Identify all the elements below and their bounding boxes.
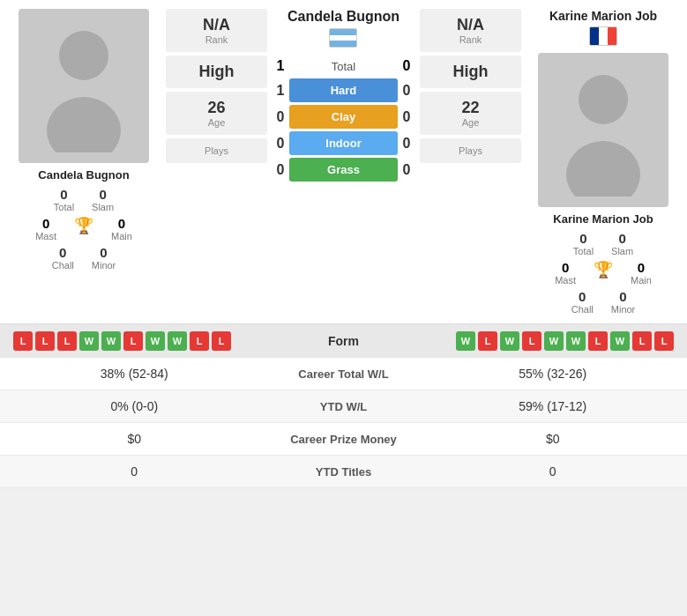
left-age-value: 26 (170, 99, 263, 117)
left-player-column: Candela Bugnon 0 Total 0 Slam 0 Mast 🏆 (9, 9, 159, 271)
left-plays-label: Plays (170, 145, 263, 156)
right-plays-box: Plays (420, 138, 521, 163)
form-badge-l: L (13, 331, 33, 351)
right-age-label: Age (424, 117, 517, 128)
form-badge-w: W (610, 331, 630, 351)
right-chall-label: Chall (571, 304, 594, 315)
right-header-name: Karine Marion Job (549, 9, 657, 23)
left-age-label: Age (170, 117, 263, 128)
grass-left-score: 0 (272, 162, 289, 178)
stats-row-center-2: Career Prize Money (256, 433, 432, 446)
right-total-value: 0 (579, 231, 586, 246)
center-column: N/A Rank High 26 Age Plays (166, 9, 521, 182)
indoor-right-score: 0 (398, 136, 415, 152)
stats-row-2: $0Career Prize Money$0 (0, 423, 687, 456)
left-player-avatar (19, 9, 149, 163)
right-slam-value: 0 (618, 231, 625, 246)
right-rank-value: N/A (424, 16, 517, 34)
form-badge-w: W (456, 331, 475, 351)
form-label: Form (328, 334, 359, 348)
stats-row-right-2: $0 (432, 432, 675, 446)
form-badge-w: W (146, 331, 165, 351)
left-total-value: 0 (60, 187, 67, 202)
right-form-badges: WLWLWWLWLL (456, 331, 674, 351)
right-minor-value: 0 (619, 289, 626, 304)
left-total-stat: 0 Total (54, 187, 74, 212)
form-badge-w: W (79, 331, 99, 351)
indoor-badge: Indoor (289, 131, 398, 155)
left-total-score: 1 (272, 58, 289, 74)
stats-row-left-1: 0% (0-0) (13, 399, 256, 413)
form-badge-l: L (522, 331, 541, 351)
left-minor-label: Minor (92, 260, 116, 271)
right-age-value: 22 (424, 99, 517, 117)
left-trophy-icon-item: 🏆 (74, 216, 93, 241)
indoor-left-score: 0 (272, 136, 289, 152)
total-row: 1 Total 0 (272, 58, 415, 74)
right-rank-box: N/A Rank (420, 9, 521, 52)
right-slam-label: Slam (611, 246, 633, 256)
right-chall-stat: 0 Chall (571, 289, 594, 315)
stats-row-1: 0% (0-0)YTD W/L59% (17-12) (0, 390, 687, 423)
right-main-value: 0 (638, 260, 645, 275)
stats-row-center-0: Career Total W/L (256, 367, 432, 381)
form-badge-l: L (212, 331, 231, 351)
right-player-column: Karine Marion Job Karine Marion Job 0 To… (528, 9, 678, 315)
left-plays-box: Plays (166, 138, 267, 163)
right-player-stats: 0 Total 0 Slam (573, 231, 633, 256)
left-form-badges: LLLWWLWWLL (13, 331, 231, 351)
clay-badge: Clay (289, 105, 398, 129)
form-section: LLLWWLWWLL Form WLWLWWLWLL (0, 323, 687, 358)
form-badge-w: W (500, 331, 519, 351)
svg-point-3 (566, 141, 640, 197)
svg-point-1 (47, 97, 121, 152)
stats-row-right-3: 0 (432, 464, 675, 479)
grass-row: 0 Grass 0 (272, 158, 415, 182)
left-total-label: Total (54, 202, 74, 212)
left-flag (329, 28, 357, 48)
left-mast-value: 0 (42, 216, 49, 231)
right-flag (589, 26, 617, 46)
indoor-row: 0 Indoor 0 (272, 131, 415, 155)
stats-row-left-2: $0 (13, 432, 256, 446)
right-chall-value: 0 (579, 289, 586, 304)
hard-row: 1 Hard 0 (272, 78, 415, 102)
court-center: Candela Bugnon 1 Total 0 1 Hard (272, 9, 415, 182)
right-main-item: 0 Main (631, 260, 652, 286)
hard-right-score: 0 (398, 83, 415, 99)
stats-row-center-3: YTD Titles (256, 465, 432, 479)
left-age-box: 26 Age (166, 92, 267, 135)
clay-row: 0 Clay 0 (272, 105, 415, 129)
left-mast-label: Mast (35, 231, 56, 241)
grass-badge: Grass (289, 158, 398, 182)
hard-left-score: 1 (272, 83, 289, 99)
left-main-value: 0 (118, 216, 125, 231)
stats-rows: 38% (52-84)Career Total W/L55% (32-26)0%… (0, 358, 687, 488)
stats-row-right-1: 59% (17-12) (432, 399, 675, 413)
right-trophy-icon: 🏆 (594, 260, 613, 279)
stats-row-left-0: 38% (52-84) (13, 367, 256, 381)
clay-left-score: 0 (272, 109, 289, 125)
left-trophy-icon: 🏆 (74, 216, 93, 235)
left-mast-item: 0 Mast (35, 216, 56, 241)
left-rank-value: N/A (170, 16, 263, 34)
svg-point-2 (579, 75, 628, 124)
left-slam-label: Slam (92, 202, 114, 212)
grass-right-score: 0 (398, 162, 415, 178)
left-high-value: High (170, 63, 263, 81)
left-high-box: High (166, 56, 267, 88)
form-badge-l: L (632, 331, 652, 351)
left-trophy-row: 0 Mast 🏆 0 Main (35, 216, 132, 241)
form-badge-w: W (101, 331, 121, 351)
right-total-label: Total (573, 246, 594, 256)
form-badge-l: L (654, 331, 674, 351)
form-badge-w: W (544, 331, 564, 351)
stats-row-left-3: 0 (13, 464, 256, 479)
right-trophy-row: 0 Mast 🏆 0 Main (555, 260, 652, 286)
stats-row-center-1: YTD W/L (256, 400, 432, 413)
left-chall-stat: 0 Chall (52, 245, 74, 271)
svg-point-0 (59, 31, 108, 80)
stats-row-right-0: 55% (32-26) (432, 367, 675, 381)
right-player-name: Karine Marion Job (553, 212, 653, 226)
left-minor-stat: 0 Minor (92, 245, 116, 271)
